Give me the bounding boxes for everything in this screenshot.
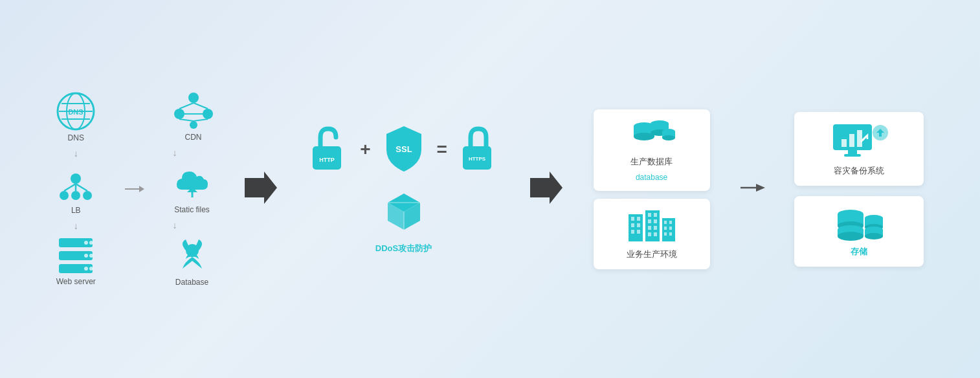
svg-point-24: [188, 93, 199, 103]
section-cdn: CDN ↓ Static files ↓: [173, 91, 214, 287]
svg-rect-85: [857, 130, 862, 147]
equals-sign: =: [437, 139, 447, 160]
arrow-s4-s5: [739, 178, 765, 200]
svg-point-17: [89, 241, 93, 245]
arrow-cdn-sf: ↓: [173, 148, 177, 157]
svg-marker-36: [245, 172, 277, 204]
arrow-dns-lb: ↓: [74, 149, 78, 158]
svg-rect-87: [844, 154, 861, 157]
dns-item: DNS DNS: [56, 92, 95, 142]
svg-point-8: [71, 191, 80, 200]
svg-point-16: [84, 241, 88, 245]
prod-db-sublabel: database: [636, 173, 667, 182]
svg-rect-79: [669, 232, 672, 236]
main-container: DNS DNS ↓ LB ↓: [30, 21, 950, 357]
svg-rect-63: [637, 230, 640, 234]
svg-rect-67: [648, 219, 651, 223]
section-middle: HTTP + SSL =: [307, 124, 500, 254]
svg-marker-23: [139, 186, 144, 192]
staticfiles-label: Static files: [174, 205, 210, 214]
https-row: HTTP + SSL =: [307, 124, 500, 175]
arrow-lb-ws: ↓: [74, 221, 78, 230]
svg-rect-70: [654, 226, 657, 230]
dns-label: DNS: [68, 133, 84, 142]
section-left: DNS DNS ↓ LB ↓: [56, 92, 96, 286]
svg-marker-81: [756, 184, 765, 192]
backup-icon: [830, 121, 888, 160]
ssl-icon: SSL: [381, 124, 427, 175]
ddos-label: DDoS攻击防护: [375, 243, 432, 254]
dns-icon: DNS: [56, 92, 95, 131]
database-icon-left: [173, 236, 212, 275]
svg-point-101: [865, 233, 883, 239]
svg-point-7: [60, 191, 69, 200]
section-db-container: 生产数据库 database: [594, 109, 710, 269]
svg-line-30: [179, 119, 194, 121]
svg-rect-59: [637, 217, 640, 221]
svg-marker-47: [530, 172, 562, 204]
svg-point-21: [89, 267, 93, 271]
svg-point-19: [89, 254, 93, 258]
staticfiles-icon: [173, 164, 212, 203]
svg-line-10: [64, 184, 76, 191]
svg-rect-68: [654, 219, 657, 223]
prod-db-title: 生产数据库: [630, 156, 673, 168]
svg-text:HTTPS: HTTPS: [469, 156, 486, 162]
biz-env-title: 业务生产环境: [627, 249, 677, 260]
ddos-item: DDoS攻击防护: [375, 188, 432, 254]
svg-line-29: [194, 103, 208, 109]
http-icon: HTTP: [307, 126, 350, 174]
svg-rect-60: [631, 223, 634, 227]
cdn-item: CDN: [173, 91, 214, 142]
section-right: 容灾备份系统 存储: [794, 112, 924, 267]
big-arrow-1: [245, 172, 277, 206]
svg-point-95: [838, 232, 863, 241]
svg-text:DNS: DNS: [69, 108, 84, 116]
svg-rect-69: [648, 226, 651, 230]
storage-title: 存储: [851, 246, 867, 258]
lb-icon: [56, 164, 95, 203]
svg-rect-57: [629, 214, 643, 241]
database-item: Database: [173, 236, 212, 287]
svg-point-6: [71, 173, 81, 184]
ssl-item: SSL: [381, 124, 427, 175]
backup-card: 容灾备份系统: [794, 112, 924, 186]
staticfiles-item: Static files: [173, 164, 212, 214]
plus-sign: +: [360, 139, 370, 160]
svg-line-31: [194, 119, 208, 121]
svg-rect-66: [654, 213, 657, 217]
webserver-label: Web server: [56, 277, 96, 286]
lb-label: LB: [71, 206, 81, 215]
svg-rect-75: [669, 221, 672, 224]
arrow-sf-db: ↓: [173, 221, 177, 230]
database-label: Database: [175, 278, 208, 287]
https-icon: HTTPS: [458, 126, 500, 174]
prod-db-icon: [626, 118, 678, 151]
svg-line-12: [76, 184, 87, 191]
backup-title: 容灾备份系统: [834, 165, 884, 177]
svg-rect-86: [848, 150, 857, 154]
svg-line-28: [179, 103, 194, 109]
http-item: HTTP: [307, 126, 350, 174]
cdn-icon: [173, 91, 214, 130]
svg-rect-84: [849, 134, 854, 147]
svg-text:SSL: SSL: [395, 144, 412, 154]
svg-point-18: [84, 254, 88, 258]
biz-env-card: 业务生产环境: [594, 199, 710, 269]
svg-rect-74: [664, 221, 667, 224]
svg-rect-58: [631, 217, 634, 221]
cdn-label: CDN: [185, 133, 202, 142]
biz-env-icon: [626, 208, 678, 243]
storage-card: 存储: [794, 196, 924, 267]
svg-rect-76: [664, 227, 667, 230]
svg-rect-65: [648, 213, 651, 217]
svg-text:HTTP: HTTP: [319, 157, 335, 163]
svg-rect-64: [645, 210, 660, 241]
ddos-icon: [378, 188, 430, 240]
svg-rect-62: [631, 230, 634, 234]
https-item: HTTPS: [458, 126, 500, 174]
svg-point-9: [83, 191, 92, 200]
svg-point-27: [190, 121, 197, 129]
svg-rect-72: [654, 232, 657, 236]
webserver-icon: [56, 237, 95, 274]
